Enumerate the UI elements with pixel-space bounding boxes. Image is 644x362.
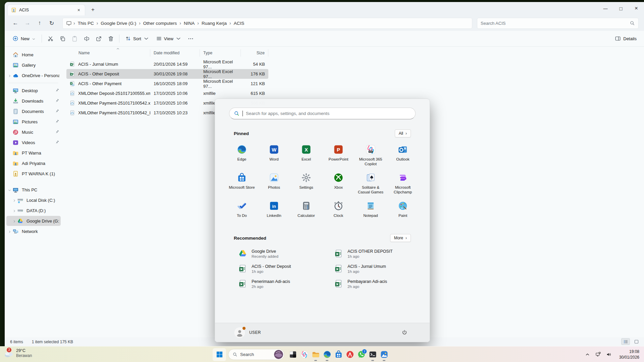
sidebar-item-music[interactable]: Music <box>6 127 61 137</box>
pinned-app-linkedin[interactable]: inLinkedIn <box>258 198 290 226</box>
taskbar-edge-button[interactable] <box>321 347 333 362</box>
breadcrumb-google-drive-g[interactable]: Google Drive (G:) <box>98 20 139 27</box>
file-row-xmlother-deposit-251017100555-xml[interactable]: XMLOther Deposit-251017100555.xml17/10/2… <box>66 88 268 98</box>
taskbar-task-view-button[interactable] <box>287 347 299 362</box>
tab-close-icon[interactable]: × <box>76 7 82 13</box>
weather-widget[interactable]: 3 29°C Berawan <box>3 348 32 358</box>
file-row-acis-jurnal-umum[interactable]: ACIS - Jurnal Umum20/01/2026 14:59Micros… <box>66 59 268 69</box>
sidebar-item-documents[interactable]: Documents <box>6 106 61 116</box>
column-header-size[interactable]: Size <box>241 49 268 57</box>
pinned-app-powerpoint[interactable]: PPowerPoint <box>322 141 355 170</box>
pinned-app-word[interactable]: WWord <box>258 141 290 170</box>
pinned-app-calculator[interactable]: Calculator <box>290 198 322 226</box>
start-button[interactable] <box>213 348 226 361</box>
taskbar-file-explorer-button[interactable] <box>310 347 321 362</box>
rename-button[interactable] <box>80 33 93 45</box>
more-button[interactable]: More › <box>390 234 411 242</box>
recommended-item-penerimaan-adi-acis[interactable]: Penerimaan Adi-acis2h ago <box>227 276 321 291</box>
sidebar-item-this-pc[interactable]: This PC <box>6 185 61 195</box>
file-row-acis-other-payment[interactable]: ACIS - Other Payment16/10/2025 18:09Micr… <box>66 79 268 88</box>
pinned-app-clock[interactable]: Clock <box>322 198 355 226</box>
power-button[interactable] <box>399 327 410 338</box>
recommended-item-acis-other-deposit[interactable]: ACIS OTHER DEPOSIT1h ago <box>323 246 417 261</box>
taskbar-microsoft-store-button[interactable] <box>333 347 344 362</box>
recommended-item-pembayaran-adi-acis[interactable]: Pembayaran Adi-acis2h ago <box>323 276 417 291</box>
copy-button[interactable] <box>56 33 68 45</box>
pinned-app-microsoft-365-copilot[interactable]: M365Microsoft 365 Copilot <box>355 141 387 170</box>
breadcrumb-acis[interactable]: ACIS <box>231 20 247 27</box>
taskbar-copilot-button[interactable] <box>299 347 310 362</box>
start-search-input[interactable] <box>246 111 411 116</box>
pinned-app-outlook[interactable]: Outlook <box>387 141 419 170</box>
sidebar-item-pictures[interactable]: Pictures <box>6 117 61 127</box>
sidebar-item-videos[interactable]: Videos <box>6 137 61 147</box>
taskbar-photos-button[interactable] <box>378 347 390 362</box>
icons-view-button[interactable] <box>632 338 641 345</box>
network-button[interactable] <box>594 349 603 360</box>
pinned-app-microsoft-clipchamp[interactable]: Microsoft Clipchamp <box>387 170 419 198</box>
chevron-down-icon[interactable] <box>6 188 12 192</box>
volume-button[interactable] <box>604 349 614 360</box>
recommended-item-acis-jurnal-umum[interactable]: ACIS - Jurnal Umum1h ago <box>323 261 417 276</box>
details-pane-button[interactable]: Details <box>611 33 640 45</box>
delete-button[interactable] <box>105 33 117 45</box>
pinned-app-edge[interactable]: Edge <box>226 141 258 170</box>
pinned-app-excel[interactable]: XExcel <box>290 141 322 170</box>
sidebar-item-google-drive-g[interactable]: Google Drive (G:) <box>6 216 61 226</box>
sidebar-item-local-disk-c[interactable]: Local Disk (C:) <box>6 195 61 205</box>
pinned-app-to-do[interactable]: To Do <box>226 198 258 226</box>
breadcrumb-this-pc[interactable]: This PC <box>75 20 96 27</box>
pinned-app-solitaire-casual-games[interactable]: Solitaire & Casual Games <box>355 170 387 198</box>
tab-acis[interactable]: ACIS × <box>7 4 85 15</box>
recommended-item-acis-other-deposit[interactable]: ACIS - Other Deposit1h ago <box>227 261 321 276</box>
share-button[interactable] <box>93 33 105 45</box>
sidebar-item-data-d[interactable]: DATA (D:) <box>6 205 61 216</box>
user-account-button[interactable]: USER <box>234 327 261 338</box>
sidebar-item-adi-priyatna[interactable]: Adi Priyatna <box>6 158 61 168</box>
breadcrumb-ruang-kerja[interactable]: Ruang Kerja <box>199 20 229 27</box>
chevron-right-icon[interactable] <box>11 209 17 213</box>
view-button[interactable]: View <box>153 33 185 45</box>
pinned-app-photos[interactable]: Photos <box>258 170 290 198</box>
breadcrumb-nina[interactable]: NINA <box>181 20 197 27</box>
chevron-right-icon[interactable] <box>6 230 12 233</box>
details-view-button[interactable] <box>621 338 630 345</box>
forward-button[interactable]: → <box>21 17 34 29</box>
taskbar-terminal-button[interactable] <box>367 347 378 362</box>
column-header-type[interactable]: Type <box>200 49 241 57</box>
paste-button[interactable] <box>68 33 80 45</box>
hidden-icons-button[interactable] <box>583 349 592 360</box>
back-button[interactable]: ← <box>9 17 21 29</box>
sidebar-item-onedrive-persona[interactable]: OneDrive - Persona <box>6 70 61 80</box>
explorer-search-input[interactable] <box>481 21 630 26</box>
new-button[interactable]: New <box>9 33 39 45</box>
up-button[interactable]: ↑ <box>34 17 46 29</box>
sidebar-item-gallery[interactable]: Gallery <box>6 60 61 70</box>
taskbar-red-app-button[interactable] <box>344 347 356 362</box>
more-options-button[interactable] <box>185 33 197 45</box>
start-search-box[interactable] <box>229 108 416 119</box>
maximize-button[interactable]: □ <box>613 2 629 15</box>
all-apps-button[interactable]: All › <box>395 129 411 137</box>
minimize-button[interactable]: — <box>598 2 613 15</box>
pinned-app-paint[interactable]: Paint <box>387 198 419 226</box>
pinned-app-xbox[interactable]: Xbox <box>322 170 355 198</box>
sidebar-item-network[interactable]: Network <box>6 226 61 236</box>
chevron-right-icon[interactable] <box>11 219 17 223</box>
close-button[interactable]: × <box>629 2 644 15</box>
sidebar-item-pt-warna[interactable]: PT Warna <box>6 148 61 158</box>
pinned-app-notepad[interactable]: Notepad <box>355 198 387 226</box>
column-header-modified[interactable]: Date modified <box>150 49 200 57</box>
file-row-acis-other-deposit[interactable]: ACIS - Other Deposit30/01/2026 19:08Micr… <box>66 69 268 79</box>
breadcrumb-other-computers[interactable]: Other computers <box>141 20 179 27</box>
sidebar-item-desktop[interactable]: Desktop <box>6 85 61 96</box>
taskbar-search[interactable]: Search <box>228 349 284 360</box>
clock[interactable]: 19:08 30/01/2026 <box>617 349 641 360</box>
explorer-search-box[interactable] <box>477 18 639 29</box>
sort-button[interactable]: Sort <box>122 33 153 45</box>
refresh-button[interactable]: ↻ <box>46 17 58 29</box>
sidebar-item-downloads[interactable]: Downloads <box>6 96 61 106</box>
pinned-app-settings[interactable]: Settings <box>290 170 322 198</box>
sidebar-item-pt-warna-k-1[interactable]: PT WARNA K (1) <box>6 169 61 179</box>
taskbar-whatsapp-button[interactable]: 7 <box>356 347 367 362</box>
